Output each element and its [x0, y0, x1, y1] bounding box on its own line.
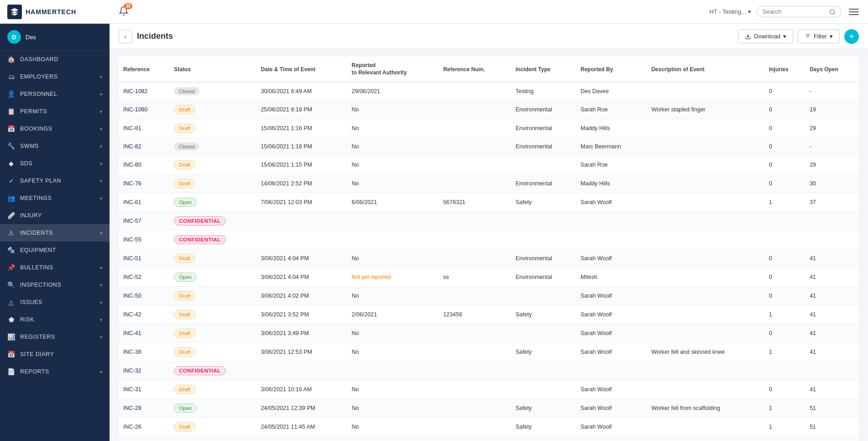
sidebar-label-bookings: BOOKINGS	[20, 126, 52, 132]
sidebar-item-swms[interactable]: 🔧SWMS ▾	[0, 137, 110, 155]
table-row[interactable]: INC-24 Draft 20/05/2021 2:54 PM No Envir…	[119, 436, 859, 441]
sidebar-item-sds[interactable]: ◆SDS ▾	[0, 155, 110, 172]
workspace-name: HT - Testing...	[710, 8, 746, 15]
cell-reported-authority: No	[347, 249, 439, 268]
search-input[interactable]	[763, 8, 826, 15]
sidebar-item-bulletins[interactable]: 📌BULLETINS ▾	[0, 259, 110, 276]
table-row[interactable]: INC-38 Draft 3/06/2021 12:53 PM No Safet…	[119, 343, 859, 362]
table-row[interactable]: INC-1080 Draft 25/06/2021 8:18 PM No Env…	[119, 100, 859, 119]
cell-reported-by: Sarah Woolf	[576, 287, 647, 305]
table-row[interactable]: INC-1082 Closed 30/06/2021 6:49 AM 29/06…	[119, 82, 859, 100]
add-button[interactable]: +	[844, 29, 859, 44]
sidebar-label-issues: ISSUES	[20, 299, 42, 305]
sidebar-item-dashboard[interactable]: 🏠DASHBOARD	[0, 51, 110, 68]
col-ref-num: Reference Num.	[439, 57, 511, 82]
cell-incident-type: Testing	[511, 82, 576, 100]
sidebar-item-safety-plan[interactable]: ✓SAFETY PLAN ▾	[0, 172, 110, 189]
table-row[interactable]: INC-61 Open 7/06/2021 12:03 PM 6/06/2021…	[119, 193, 859, 212]
download-button[interactable]: Download ▾	[738, 29, 793, 43]
sidebar-item-risk[interactable]: ⬟RISK ▾	[0, 311, 110, 328]
cell-status: Open	[169, 193, 256, 212]
table-row[interactable]: INC-42 Draft 3/06/2021 3:52 PM 2/06/2021…	[119, 305, 859, 324]
incidents-table: Reference Status Date & Time of Event Re…	[119, 57, 859, 441]
table-row[interactable]: INC-50 Draft 3/06/2021 4:02 PM No Sarah …	[119, 287, 859, 305]
table-row[interactable]: INC-57 CONFIDENTIAL	[119, 212, 859, 231]
col-days-open: Days Open	[805, 57, 859, 82]
sidebar-item-employers[interactable]: 🗂EMPLOYERS ▾	[0, 68, 110, 85]
user-avatar: D	[7, 30, 21, 44]
search-box[interactable]	[757, 6, 842, 17]
sidebar-item-permits[interactable]: 📋PERMITS ▾	[0, 103, 110, 120]
cell-injuries: 1	[764, 343, 805, 362]
cell-reported-by: Sarah Roe	[576, 100, 647, 119]
table-row[interactable]: INC-52 Open 3/06/2021 4:04 PM Not yet re…	[119, 268, 859, 287]
cell-injuries: 0	[764, 100, 805, 119]
employers-icon: 🗂	[7, 73, 16, 80]
table-row[interactable]: INC-26 Draft 24/05/2021 11:45 AM No Safe…	[119, 418, 859, 436]
back-button[interactable]: ‹	[119, 30, 132, 43]
registers-icon: 📊	[7, 333, 16, 341]
cell-incident-type	[511, 380, 576, 399]
cell-description	[647, 212, 764, 231]
sidebar-item-registers[interactable]: 📊REGISTERS ▾	[0, 328, 110, 346]
cell-incident-type: Safety	[511, 343, 576, 362]
cell-datetime: 15/06/2021 1:16 PM	[256, 138, 347, 156]
cell-ref-num	[439, 174, 511, 193]
cell-reference: INC-38	[119, 343, 169, 362]
user-initial: D	[12, 34, 16, 41]
workspace-selector[interactable]: HT - Testing... ▾	[710, 8, 751, 15]
filter-button[interactable]: Filter ▾	[798, 29, 840, 43]
cell-reported-by: Sarah Woolf	[576, 380, 647, 399]
table-row[interactable]: INC-51 Draft 3/06/2021 4:04 PM No Enviro…	[119, 249, 859, 268]
table-row[interactable]: INC-80 Draft 15/06/2021 1:15 PM No Sarah…	[119, 156, 859, 174]
table-row[interactable]: INC-55 CONFIDENTIAL	[119, 231, 859, 249]
sidebar: D Des 🏠DASHBOARD 🗂EMPLOYERS ▾ 👤PERSONNEL…	[0, 24, 110, 441]
table-row[interactable]: INC-28 Open 24/05/2021 12:39 PM No Safet…	[119, 399, 859, 418]
sidebar-item-injury[interactable]: 🩹INJURY	[0, 207, 110, 224]
hamburger-button[interactable]	[847, 7, 861, 17]
table-row[interactable]: INC-32 CONFIDENTIAL	[119, 362, 859, 380]
cell-reported-authority: No	[347, 156, 439, 174]
reported-authority-value: No	[352, 106, 359, 113]
sidebar-item-equipment[interactable]: 🔩EQUIPMENT	[0, 242, 110, 259]
sidebar-label-inspections: INSPECTIONS	[20, 282, 61, 288]
site-diary-icon: 📅	[7, 351, 16, 358]
cell-reference: INC-76	[119, 174, 169, 193]
sidebar-label-risk: RISK	[20, 316, 34, 323]
cell-reference: INC-51	[119, 249, 169, 268]
sidebar-item-meetings[interactable]: 👥MEETINGS ▾	[0, 189, 110, 207]
inspections-chevron-icon: ▾	[100, 283, 103, 288]
cell-reported-authority: 29/06/2021	[347, 82, 439, 100]
page-header: ‹ Incidents Download ▾ Filter ▾ +	[110, 24, 868, 49]
table-row[interactable]: INC-82 Closed 15/06/2021 1:16 PM No Envi…	[119, 138, 859, 156]
bulletins-chevron-icon: ▾	[100, 265, 103, 270]
cell-datetime: 3/06/2021 12:53 PM	[256, 343, 347, 362]
dashboard-icon: 🏠	[7, 56, 16, 63]
cell-datetime: 3/06/2021 4:04 PM	[256, 249, 347, 268]
logo-text: HAMMERTECH	[26, 8, 76, 16]
table-row[interactable]: INC-41 Draft 3/06/2021 3:49 PM No Sarah …	[119, 324, 859, 343]
cell-incident-type: Environmental	[511, 268, 576, 287]
reports-icon: 📄	[7, 368, 16, 375]
cell-injuries: 0	[764, 249, 805, 268]
sidebar-item-personnel[interactable]: 👤PERSONNEL ▾	[0, 85, 110, 103]
table-row[interactable]: INC-81 Draft 15/06/2021 1:16 PM No Envir…	[119, 119, 859, 138]
incidents-icon: ⚠	[7, 229, 16, 236]
table-row[interactable]: INC-31 Draft 3/06/2021 10:16 AM No Sarah…	[119, 380, 859, 399]
sidebar-item-incidents[interactable]: ⚠INCIDENTS ▾	[0, 224, 110, 242]
sidebar-item-site-diary[interactable]: 📅SITE DIARY	[0, 346, 110, 363]
sidebar-item-bookings[interactable]: 📅BOOKINGS ▾	[0, 120, 110, 137]
cell-reference: INC-52	[119, 268, 169, 287]
sidebar-item-issues[interactable]: △ISSUES ▾	[0, 294, 110, 311]
cell-status: Draft	[169, 380, 256, 399]
cell-reported-authority: No	[347, 287, 439, 305]
sidebar-nav: 🏠DASHBOARD 🗂EMPLOYERS ▾ 👤PERSONNEL ▾ 📋PE…	[0, 51, 110, 441]
cell-description	[647, 362, 764, 380]
cell-incident-type: Safety	[511, 418, 576, 436]
table-row[interactable]: INC-76 Draft 14/06/2021 2:52 PM No Envir…	[119, 174, 859, 193]
sidebar-item-reports[interactable]: 📄REPORTS ▾	[0, 363, 110, 380]
cell-reported-authority	[347, 231, 439, 249]
col-status: Status	[169, 57, 256, 82]
sidebar-item-inspections[interactable]: 🔍INSPECTIONS ▾	[0, 276, 110, 294]
notification-button[interactable]: 39	[117, 4, 131, 19]
